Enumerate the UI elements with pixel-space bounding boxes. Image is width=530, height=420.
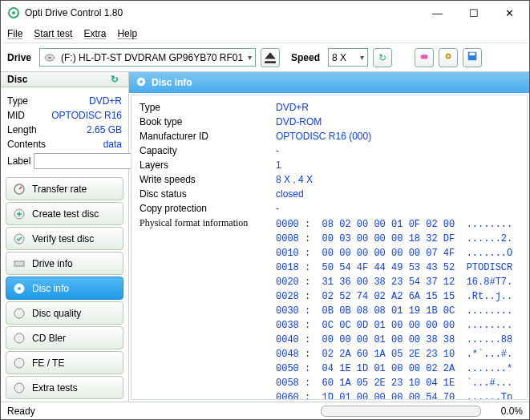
svg-point-1 bbox=[12, 11, 15, 14]
info-status-k: Disc status bbox=[140, 188, 276, 203]
disc-info-body[interactable]: TypeDVD+R Book typeDVD-ROM Manufacturer … bbox=[131, 95, 528, 400]
drive-select[interactable]: (F:) HL-DT-ST DVDRAM GP96YB70 RF01 ▾ bbox=[39, 48, 256, 67]
info-copy-k: Copy protection bbox=[140, 203, 276, 217]
options-button[interactable] bbox=[439, 48, 458, 67]
info-man-k: Manufacturer ID bbox=[140, 131, 276, 145]
info-book-k: Book type bbox=[140, 116, 276, 131]
svg-rect-4 bbox=[421, 55, 428, 59]
quality-icon bbox=[13, 307, 26, 320]
chevron-down-icon: ▾ bbox=[360, 53, 364, 62]
info-write-v: 8 X , 4 X bbox=[276, 174, 313, 188]
nav-cd-bler[interactable]: CD Bler bbox=[6, 326, 123, 349]
dp-contents-v: data bbox=[103, 139, 122, 150]
svg-point-6 bbox=[447, 55, 450, 58]
info-cap-k: Capacity bbox=[140, 145, 276, 160]
chevron-down-icon: ▾ bbox=[248, 53, 252, 62]
svg-point-14 bbox=[18, 287, 21, 290]
info-type-v: DVD+R bbox=[276, 102, 309, 116]
gauge-icon bbox=[13, 183, 26, 196]
dp-contents-k: Contents bbox=[7, 139, 46, 150]
speed-value: 8 X bbox=[332, 52, 346, 63]
info-layers-k: Layers bbox=[140, 160, 276, 174]
info-pfi-k: Physical format information bbox=[140, 217, 276, 229]
dp-type-k: Type bbox=[7, 95, 28, 107]
svg-point-17 bbox=[14, 358, 24, 368]
save-button[interactable] bbox=[463, 48, 482, 67]
dp-type-v: DVD+R bbox=[89, 95, 122, 107]
fete-icon bbox=[13, 357, 26, 370]
dp-mid-v: OPTODISC R16 bbox=[51, 110, 122, 121]
gear-icon bbox=[443, 50, 454, 64]
svg-point-15 bbox=[14, 309, 24, 318]
eraser-icon bbox=[419, 50, 430, 64]
drive-label: Drive bbox=[7, 52, 31, 63]
disc-info-icon bbox=[13, 282, 26, 295]
info-layers-v: 1 bbox=[276, 160, 281, 174]
app-icon bbox=[7, 6, 20, 19]
svg-point-3 bbox=[48, 56, 51, 59]
disc-header: Disc bbox=[7, 74, 27, 85]
drive-info-icon bbox=[13, 257, 26, 270]
disc-write-icon bbox=[13, 208, 26, 220]
svg-point-20 bbox=[140, 80, 143, 83]
refresh-disc-button[interactable]: ↻ bbox=[107, 72, 122, 87]
status-ready: Ready bbox=[1, 406, 42, 417]
svg-rect-8 bbox=[470, 53, 475, 56]
drive-value: (F:) HL-DT-ST DVDRAM GP96YB70 RF01 bbox=[61, 52, 243, 63]
menu-start-test[interactable]: Start test bbox=[34, 28, 72, 39]
nav-disc-info[interactable]: Disc info bbox=[6, 277, 123, 300]
info-book-v: DVD-ROM bbox=[276, 116, 322, 131]
eject-button[interactable] bbox=[261, 48, 280, 67]
maximize-button[interactable]: ☐ bbox=[455, 2, 492, 24]
status-pct: 0.0% bbox=[481, 406, 529, 417]
close-button[interactable]: ✕ bbox=[492, 2, 528, 24]
info-write-k: Write speeds bbox=[140, 174, 276, 188]
speed-label: Speed bbox=[291, 52, 320, 63]
disc-check-icon bbox=[13, 232, 26, 245]
nav-verify-test-disc[interactable]: Verify test disc bbox=[6, 227, 123, 250]
nav-drive-info[interactable]: Drive info bbox=[6, 252, 123, 275]
hex-dump: 0000 : 08 02 00 00 01 0F 02 00 ........ … bbox=[276, 217, 519, 400]
menu-extra[interactable]: Extra bbox=[83, 28, 106, 39]
info-copy-v: - bbox=[276, 203, 279, 217]
menu-help[interactable]: Help bbox=[117, 28, 137, 39]
info-cap-v: - bbox=[276, 145, 279, 160]
minimize-button[interactable]: — bbox=[419, 2, 455, 24]
progress-bar bbox=[321, 406, 481, 417]
rp-title: Disc info bbox=[152, 77, 192, 88]
nav-transfer-rate[interactable]: Transfer rate bbox=[6, 177, 123, 200]
svg-rect-12 bbox=[14, 261, 24, 266]
speed-select[interactable]: 8 X ▾ bbox=[328, 48, 368, 67]
save-icon bbox=[467, 50, 478, 64]
svg-point-18 bbox=[14, 383, 24, 393]
info-type-k: Type bbox=[140, 102, 276, 116]
refresh-button[interactable]: ↻ bbox=[373, 48, 392, 67]
dp-length-k: Length bbox=[7, 124, 37, 135]
info-man-v: OPTODISC R16 (000) bbox=[276, 131, 371, 145]
dp-mid-k: MID bbox=[7, 110, 25, 121]
nav-create-test-disc[interactable]: Create test disc bbox=[6, 202, 123, 225]
erase-button[interactable] bbox=[415, 48, 434, 67]
dp-label-k: Label bbox=[7, 155, 30, 167]
extra-icon bbox=[13, 382, 26, 394]
window-title: Opti Drive Control 1.80 bbox=[25, 7, 419, 18]
bler-icon bbox=[13, 332, 26, 345]
nav-fe-te[interactable]: FE / TE bbox=[6, 351, 123, 374]
menu-file[interactable]: File bbox=[7, 28, 22, 39]
info-status-v: closed bbox=[276, 188, 304, 203]
svg-point-16 bbox=[14, 333, 24, 343]
disc-header-icon bbox=[136, 76, 147, 90]
nav-extra-tests[interactable]: Extra tests bbox=[6, 376, 123, 399]
dp-length-v: 2.65 GB bbox=[87, 124, 122, 135]
nav-disc-quality[interactable]: Disc quality bbox=[6, 301, 123, 325]
drive-icon bbox=[43, 51, 56, 64]
